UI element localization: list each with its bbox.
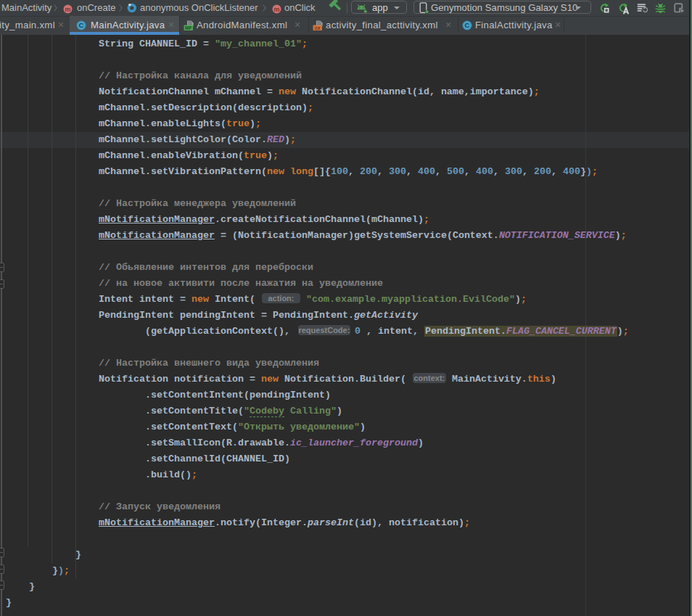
svg-text:m: m [273,5,279,12]
svg-text:m: m [65,5,70,12]
svg-text:cx: cx [315,25,321,30]
svg-text:MF: MF [185,25,191,30]
svg-text:C: C [465,21,470,29]
svg-text:C: C [79,21,84,29]
